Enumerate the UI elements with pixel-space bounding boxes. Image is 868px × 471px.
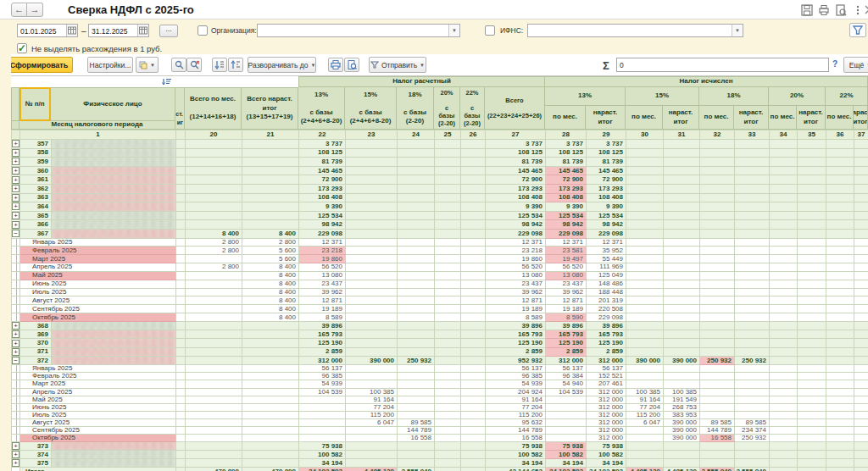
value-cell[interactable]: [826, 403, 854, 411]
value-cell[interactable]: [798, 418, 826, 426]
value-cell[interactable]: [346, 158, 398, 167]
value-cell[interactable]: [770, 380, 798, 388]
value-cell[interactable]: [626, 435, 664, 442]
value-cell[interactable]: [398, 184, 435, 193]
value-cell[interactable]: [826, 193, 854, 202]
value-cell[interactable]: [854, 459, 868, 468]
value-cell[interactable]: 390 000: [664, 426, 700, 434]
value-cell[interactable]: [186, 193, 242, 202]
clipped-column-cell[interactable]: [176, 175, 186, 185]
value-cell[interactable]: [398, 255, 435, 263]
value-cell[interactable]: 115 200: [346, 411, 398, 418]
value-cell[interactable]: 250 932: [398, 356, 435, 364]
value-cell[interactable]: [700, 175, 735, 185]
value-cell[interactable]: [398, 263, 435, 272]
row-number-cell[interactable]: 363: [20, 193, 52, 202]
month-label-cell[interactable]: Июль 2025: [20, 288, 176, 296]
value-cell[interactable]: [346, 330, 398, 339]
value-cell[interactable]: [435, 193, 461, 202]
value-cell[interactable]: [700, 442, 735, 451]
value-cell[interactable]: [854, 296, 868, 305]
value-cell[interactable]: [346, 426, 398, 434]
value-cell[interactable]: [854, 356, 868, 364]
value-cell[interactable]: [854, 339, 868, 347]
value-cell[interactable]: 312 000: [587, 411, 626, 418]
value-cell[interactable]: [826, 365, 854, 373]
expander-cell[interactable]: +: [12, 451, 20, 459]
value-cell[interactable]: 3 737: [486, 140, 546, 149]
value-cell[interactable]: [664, 365, 700, 373]
value-cell[interactable]: [735, 140, 770, 149]
value-cell[interactable]: [242, 166, 299, 175]
value-cell[interactable]: [435, 356, 461, 364]
value-cell[interactable]: 204 924: [486, 388, 546, 396]
value-cell[interactable]: [735, 229, 770, 238]
person-name-cell[interactable]: [52, 184, 176, 193]
value-cell[interactable]: [398, 229, 435, 238]
value-cell[interactable]: [346, 263, 398, 272]
value-cell[interactable]: 152 521: [587, 373, 626, 380]
value-cell[interactable]: [186, 356, 242, 364]
value-cell[interactable]: 36: [826, 130, 854, 140]
value-cell[interactable]: 16 558: [398, 435, 435, 442]
ifns-select[interactable]: ▼: [527, 24, 743, 37]
person-name-cell[interactable]: [52, 451, 176, 459]
value-cell[interactable]: [461, 321, 486, 330]
clipped-column-cell[interactable]: [176, 296, 186, 305]
value-cell[interactable]: [798, 271, 826, 280]
value-cell[interactable]: 8 400: [242, 229, 299, 238]
month-row[interactable]: Февраль 202596 38596 38596 384152 521: [12, 373, 868, 380]
col-header-22[interactable]: 22%: [826, 87, 868, 106]
expander-cell[interactable]: [12, 380, 20, 388]
value-cell[interactable]: [186, 330, 242, 339]
preview-icon[interactable]: [835, 4, 847, 16]
date-to-field[interactable]: 31.12.2025: [88, 24, 149, 37]
value-cell[interactable]: 173 293: [587, 184, 626, 193]
value-cell[interactable]: [435, 388, 461, 396]
value-cell[interactable]: [798, 229, 826, 238]
expander-cell[interactable]: [12, 313, 20, 322]
value-cell[interactable]: [626, 380, 664, 388]
expand-icon[interactable]: +: [12, 185, 19, 192]
report-variants-button[interactable]: ▼: [136, 57, 159, 73]
col-header-20[interactable]: 20%: [769, 87, 826, 106]
expander-cell[interactable]: +: [12, 140, 20, 149]
value-cell[interactable]: [770, 388, 798, 396]
expand-icon[interactable]: +: [12, 442, 19, 450]
value-cell[interactable]: 77 204: [486, 403, 546, 411]
value-cell[interactable]: [700, 396, 735, 403]
month-label-cell[interactable]: Июль 2025: [20, 411, 176, 418]
value-cell[interactable]: [735, 459, 770, 468]
value-cell[interactable]: 312 000: [587, 426, 626, 434]
person-row[interactable]: +370125 190125 190125 190125 190: [12, 339, 868, 347]
value-cell[interactable]: 390 000: [664, 418, 700, 426]
col-header-15-cumul[interactable]: нараст. итог: [663, 106, 699, 130]
value-cell[interactable]: [770, 339, 798, 347]
value-cell[interactable]: 35 952: [587, 247, 626, 255]
value-cell[interactable]: 34 194: [546, 459, 587, 468]
row-number-cell[interactable]: 372: [20, 356, 52, 364]
value-cell[interactable]: 98 942: [486, 220, 546, 230]
value-cell[interactable]: 89 585: [735, 418, 770, 426]
value-cell[interactable]: [854, 321, 868, 330]
month-label-cell[interactable]: Июнь 2025: [20, 403, 176, 411]
col-header-row-number[interactable]: № п/п: [19, 87, 51, 121]
value-cell[interactable]: [854, 403, 868, 411]
value-cell[interactable]: 108 408: [546, 193, 587, 202]
value-cell[interactable]: 108 125: [546, 148, 587, 158]
value-cell[interactable]: 390 000: [346, 356, 398, 364]
month-row[interactable]: Январь 20252 8002 80012 37112 37112 3711…: [12, 238, 868, 247]
value-cell[interactable]: [798, 280, 826, 288]
value-cell[interactable]: [798, 411, 826, 418]
total-row[interactable]: Итого470 800470 80034 192 5934 485 1303 …: [12, 468, 868, 471]
value-cell[interactable]: [186, 388, 242, 396]
value-cell[interactable]: [461, 148, 486, 158]
value-cell[interactable]: [461, 347, 486, 356]
value-cell[interactable]: 23: [346, 130, 398, 140]
value-cell[interactable]: [435, 184, 461, 193]
value-cell[interactable]: [346, 442, 398, 451]
expand-icon[interactable]: +: [12, 158, 19, 165]
value-cell[interactable]: 2 859: [587, 347, 626, 356]
chevron-down-icon[interactable]: ▼: [732, 25, 743, 36]
value-cell[interactable]: [346, 347, 398, 356]
